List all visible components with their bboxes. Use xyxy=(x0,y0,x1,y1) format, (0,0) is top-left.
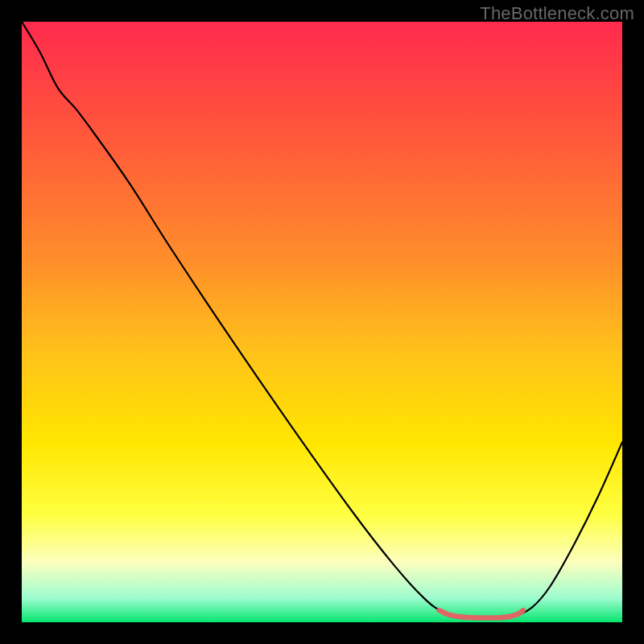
gradient-background xyxy=(22,22,622,622)
plot-area xyxy=(22,22,622,622)
chart-svg xyxy=(22,22,622,622)
chart-container: TheBottleneck.com xyxy=(0,0,644,644)
